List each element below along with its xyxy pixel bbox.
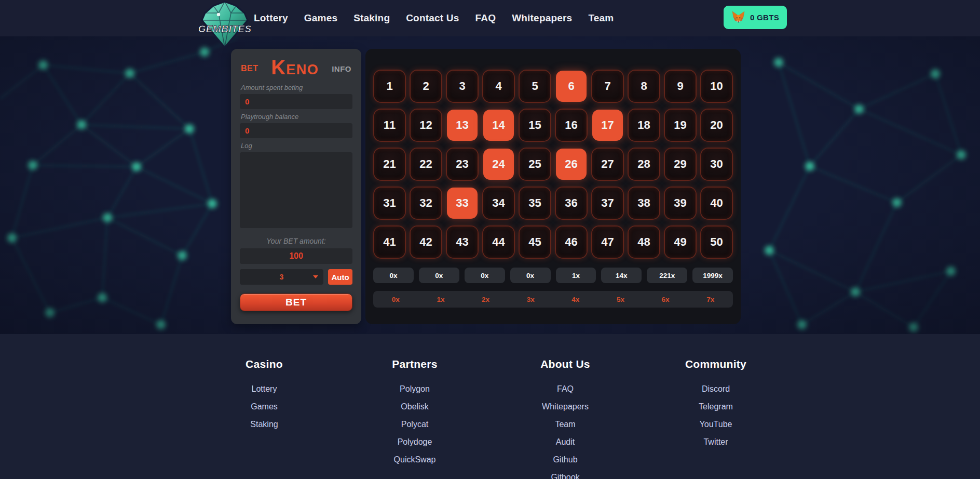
keno-number-grid: 1 2 3 4 5 6 7 8 9 10 11 12: [372, 71, 734, 258]
keno-tile[interactable]: 46: [556, 227, 587, 258]
keno-tile[interactable]: 3: [447, 71, 478, 102]
keno-tile[interactable]: 5: [520, 71, 550, 102]
keno-tile[interactable]: 18: [629, 110, 659, 141]
footer-col-partners: Partners PolygonObeliskPolycatPolydogeQu…: [339, 358, 490, 479]
keno-tile[interactable]: 19: [665, 110, 696, 141]
footer-link[interactable]: Twitter: [641, 437, 791, 447]
keno-tile[interactable]: 23: [447, 149, 478, 180]
keno-tile[interactable]: 43: [447, 227, 478, 258]
keno-tile[interactable]: 14: [483, 110, 514, 141]
footer-link[interactable]: Team: [490, 420, 641, 429]
keno-tile[interactable]: 13: [447, 110, 478, 141]
keno-tile[interactable]: 2: [411, 71, 441, 102]
footer-link[interactable]: Whitepapers: [490, 402, 641, 411]
amount-spent-label: Amount spent beting: [241, 84, 351, 91]
keno-tile[interactable]: 12: [411, 110, 441, 141]
footer-link[interactable]: Polydoge: [339, 437, 490, 447]
nav-link[interactable]: Team: [588, 12, 614, 24]
playthrough-balance-label: Playtrough balance: [241, 113, 351, 121]
keno-tile[interactable]: 8: [629, 71, 659, 102]
keno-tile[interactable]: 21: [374, 149, 405, 180]
keno-tile[interactable]: 6: [556, 71, 587, 102]
keno-tile[interactable]: 49: [665, 227, 696, 258]
keno-tile[interactable]: 41: [374, 227, 405, 258]
keno-tile[interactable]: 9: [665, 71, 696, 102]
keno-tile[interactable]: 47: [592, 227, 623, 258]
nav-link[interactable]: FAQ: [475, 12, 496, 24]
keno-tile[interactable]: 4: [483, 71, 514, 102]
footer-link[interactable]: Staking: [189, 420, 339, 429]
wallet-balance-label: 0 GBTS: [750, 13, 779, 22]
gem-sparkle: [217, 13, 220, 16]
gembites-logo[interactable]: GEMBITES: [199, 1, 251, 48]
keno-tile[interactable]: 40: [701, 188, 732, 219]
nav-link[interactable]: Whitepapers: [512, 12, 572, 24]
footer-link[interactable]: YouTube: [641, 420, 791, 429]
footer-link[interactable]: Obelisk: [339, 402, 490, 411]
amount-spent-input[interactable]: [240, 94, 352, 109]
keno-tile[interactable]: 29: [665, 149, 696, 180]
nav-link[interactable]: Staking: [353, 12, 390, 24]
hit-count-label: 7x: [688, 291, 733, 308]
keno-tile[interactable]: 24: [483, 149, 514, 180]
keno-tile[interactable]: 39: [665, 188, 696, 219]
hit-count-label: 1x: [418, 291, 464, 308]
footer-link[interactable]: Games: [189, 402, 339, 411]
footer-link[interactable]: Polycat: [339, 420, 490, 429]
keno-tile[interactable]: 31: [374, 188, 405, 219]
keno-tile[interactable]: 25: [520, 149, 550, 180]
keno-tile[interactable]: 7: [592, 71, 623, 102]
keno-tile[interactable]: 38: [629, 188, 659, 219]
keno-tile[interactable]: 26: [556, 149, 587, 180]
tab-info[interactable]: INFO: [332, 64, 351, 73]
playthrough-balance-input[interactable]: [240, 123, 352, 138]
bet-amount-input[interactable]: [240, 248, 352, 264]
nav-link[interactable]: Contact Us: [406, 12, 459, 24]
keno-tile[interactable]: 50: [701, 227, 732, 258]
keno-tile[interactable]: 11: [374, 110, 405, 141]
footer-link[interactable]: Lottery: [189, 384, 339, 394]
keno-tile[interactable]: 37: [592, 188, 623, 219]
footer-link[interactable]: FAQ: [490, 384, 641, 394]
nav-link[interactable]: Games: [304, 12, 337, 24]
footer-link[interactable]: Github: [490, 455, 641, 464]
hit-count-label: 2x: [463, 291, 508, 308]
auto-button[interactable]: Auto: [328, 269, 352, 285]
hit-count-label: 6x: [643, 291, 688, 308]
top-navbar: GEMBITES Lottery Games Staking Contact U…: [0, 0, 980, 36]
keno-tile[interactable]: 36: [556, 188, 587, 219]
footer-link[interactable]: QuickSwap: [339, 455, 490, 464]
keno-tile[interactable]: 27: [592, 149, 623, 180]
keno-tile[interactable]: 33: [447, 188, 478, 219]
bet-button[interactable]: BET: [240, 294, 352, 311]
picks-select[interactable]: 3: [240, 269, 323, 285]
keno-tile[interactable]: 35: [520, 188, 550, 219]
footer-link[interactable]: Discord: [641, 384, 791, 394]
keno-tile[interactable]: 17: [592, 110, 623, 141]
keno-tile[interactable]: 34: [483, 188, 514, 219]
keno-tile[interactable]: 10: [701, 71, 732, 102]
tab-bet[interactable]: BET: [241, 64, 258, 73]
keno-tile[interactable]: 16: [556, 110, 587, 141]
keno-tile[interactable]: 28: [629, 149, 659, 180]
keno-tile[interactable]: 48: [629, 227, 659, 258]
game-section: BET KENO INFO Amount spent beting Playtr…: [0, 36, 980, 334]
keno-tile[interactable]: 42: [411, 227, 441, 258]
nav-link[interactable]: Lottery: [254, 12, 288, 24]
footer-link[interactable]: Audit: [490, 437, 641, 447]
wallet-balance-button[interactable]: 0 GBTS: [724, 6, 787, 29]
footer-link[interactable]: Polygon: [339, 384, 490, 394]
footer-link[interactable]: Telegram: [641, 402, 791, 411]
keno-tile[interactable]: 32: [411, 188, 441, 219]
keno-tile[interactable]: 20: [701, 110, 732, 141]
brand-text: GEMBITES: [199, 23, 251, 34]
keno-tile[interactable]: 1: [374, 71, 405, 102]
footer-link[interactable]: Gitbook: [490, 473, 641, 479]
keno-tile[interactable]: 44: [483, 227, 514, 258]
keno-tile[interactable]: 30: [701, 149, 732, 180]
footer-col-about: About Us FAQWhitepapersTeamAuditGithubGi…: [490, 358, 641, 479]
keno-tile[interactable]: 15: [520, 110, 550, 141]
log-textarea[interactable]: [240, 152, 352, 228]
keno-tile[interactable]: 45: [520, 227, 550, 258]
keno-tile[interactable]: 22: [411, 149, 441, 180]
